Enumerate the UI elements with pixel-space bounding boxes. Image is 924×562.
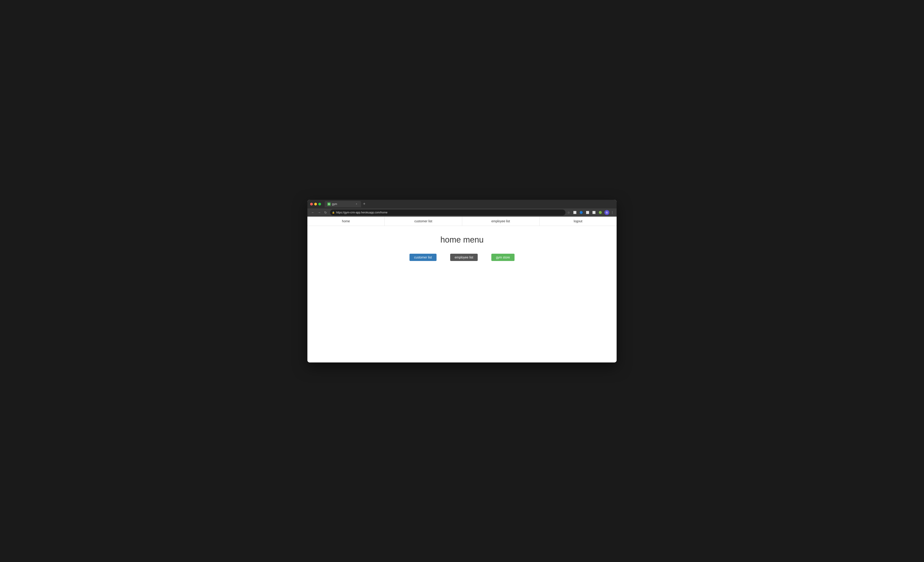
employee-list-button[interactable]: employee list <box>450 254 478 261</box>
browser-window: G gym × + ← → ↻ 🔒 https://gym-crm-app.he… <box>308 200 616 362</box>
page-content: home customer list employee list logout … <box>308 216 616 362</box>
minimize-traffic-light[interactable] <box>314 203 317 206</box>
ext-icon-5[interactable]: 🟢 <box>597 210 603 215</box>
address-bar: ← → ↻ 🔒 https://gym-crm-app.herokuapp.co… <box>308 209 616 216</box>
ext-icon-3[interactable]: ⬜ <box>585 210 590 215</box>
titlebar: G gym × + <box>308 200 616 209</box>
close-traffic-light[interactable] <box>310 203 313 206</box>
customer-list-button[interactable]: customer list <box>410 254 436 261</box>
nav-item-employee-list[interactable]: employee list <box>462 216 540 226</box>
navigation-bar: home customer list employee list logout <box>308 216 616 226</box>
url-bar[interactable]: 🔒 https://gym-crm-app.herokuapp.com/home <box>330 210 566 215</box>
ext-icon-2[interactable]: 🔵 <box>578 210 584 215</box>
main-content: home menu customer list employee list gy… <box>308 226 616 362</box>
nav-item-home[interactable]: home <box>308 216 385 226</box>
maximize-traffic-light[interactable] <box>318 203 321 206</box>
back-button[interactable]: ← <box>310 210 316 215</box>
tab-close-button[interactable]: × <box>355 202 358 206</box>
browser-actions: ⬜ 🔵 ⬜ ⬜ 🟢 G ⋮ <box>572 210 614 215</box>
ext-icon-1[interactable]: ⬜ <box>572 210 578 215</box>
forward-button[interactable]: → <box>316 210 322 215</box>
nav-buttons: ← → ↻ <box>310 210 328 215</box>
tab-bar: G gym × + <box>325 201 614 207</box>
lock-icon: 🔒 <box>332 211 334 213</box>
new-tab-button[interactable]: + <box>361 201 368 207</box>
ext-icon-4[interactable]: ⬜ <box>591 210 597 215</box>
tab-favicon: G <box>327 203 331 206</box>
browser-menu-button[interactable]: ⋮ <box>611 211 614 214</box>
reload-button[interactable]: ↻ <box>323 210 328 215</box>
traffic-lights <box>310 203 321 206</box>
extension-icons: ⬜ 🔵 ⬜ ⬜ 🟢 <box>572 210 603 215</box>
url-text: https://gym-crm-app.herokuapp.com/home <box>336 211 387 214</box>
nav-item-logout[interactable]: logout <box>540 216 616 226</box>
page-title: home menu <box>440 235 484 245</box>
profile-icon[interactable]: G <box>604 210 609 215</box>
active-tab[interactable]: G gym × <box>325 201 361 207</box>
tab-title: gym <box>332 203 337 206</box>
gym-store-button[interactable]: gym store <box>491 254 514 261</box>
button-row: customer list employee list gym store <box>410 254 514 261</box>
bookmark-icon[interactable]: ☆ <box>567 211 570 214</box>
nav-item-customer-list[interactable]: customer list <box>385 216 462 226</box>
